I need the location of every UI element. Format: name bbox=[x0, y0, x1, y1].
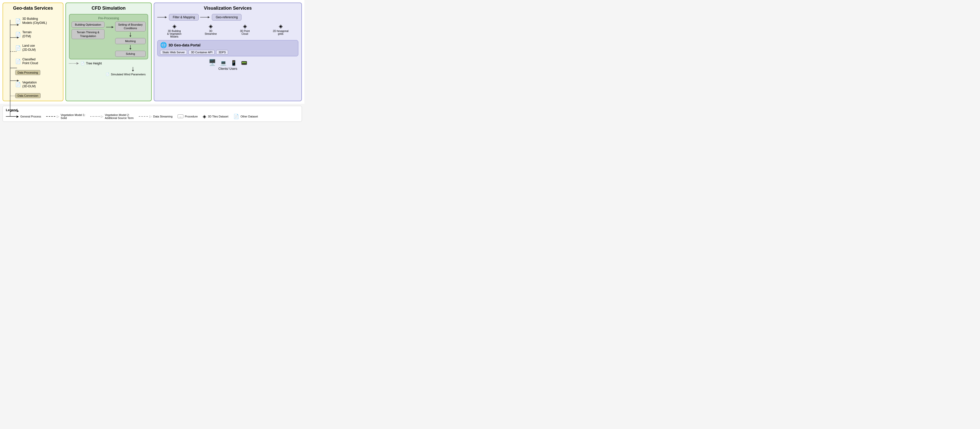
preproc-label: Pre-Processing bbox=[72, 16, 146, 20]
building-opt-box: Building Optimization bbox=[72, 22, 105, 28]
geo-item-landuse: 📄 Land use(2D-DLM) bbox=[6, 44, 60, 52]
geo-item-pointcloud: 📄 ClassifiedPoint Cloud bbox=[6, 57, 60, 65]
geo-item-dataproc: Data Processing bbox=[6, 70, 60, 75]
container-api-btn: 3D Container API bbox=[188, 50, 215, 54]
simulated-wind-label: Simulated Wind Parameters bbox=[111, 73, 146, 76]
legend-area: Legend ▶ General Process ▷ Vegetation Mo… bbox=[3, 106, 302, 122]
portal-title-label: 3D Geo-data Portal bbox=[169, 43, 200, 47]
client-1: 🖥️ bbox=[208, 59, 216, 66]
dataset-streamline-icon: ◈ bbox=[209, 23, 213, 29]
cfd-title: CFD Simulation bbox=[69, 6, 148, 11]
legend-general-process-label: General Process bbox=[20, 115, 41, 118]
stream-line bbox=[139, 116, 149, 117]
dataset-pointcloud-icon: ◈ bbox=[243, 23, 247, 29]
dataset-streamline: ◈ 3DStreamline bbox=[205, 23, 217, 38]
static-web-server-btn: Static Web Server bbox=[160, 50, 187, 54]
data-processing-box: Data Processing bbox=[15, 70, 40, 75]
vis-top-row: Filter & Mapping Geo-referencing bbox=[157, 14, 298, 21]
boundary-box: Setting of Boundary Conditions bbox=[115, 22, 146, 32]
legend-veg1: ▷ Vegetation Model 1:Solid bbox=[46, 113, 85, 119]
clients-label: Clients/ Users bbox=[157, 67, 298, 70]
client-icon-1: 🖥️ bbox=[208, 59, 216, 66]
building-label: 3D BuildingModels (CityGML) bbox=[22, 17, 47, 25]
legend-veg2-label: Vegetation Model 2:Additional Source Ter… bbox=[105, 113, 134, 119]
simulated-wind-area: 📄 Simulated Wind Parameters bbox=[69, 67, 146, 76]
meshing-box: Meshing bbox=[115, 38, 146, 44]
geo-title: Geo-data Services bbox=[6, 6, 60, 11]
doc-icon-landuse: 📄 bbox=[15, 45, 21, 51]
terrain-label: Terrain(DTM) bbox=[22, 30, 32, 38]
landuse-label: Land use(2D-DLM) bbox=[22, 44, 36, 52]
arrow-down-2 bbox=[128, 45, 133, 50]
legend-3d-tiles-icon: ◈ bbox=[203, 114, 206, 119]
vis-section: Visualization Services Filter & Mapping … bbox=[154, 3, 302, 101]
svg-marker-17 bbox=[129, 48, 131, 50]
svg-marker-25 bbox=[208, 16, 210, 18]
legend-veg1-label: Vegetation Model 1:Solid bbox=[60, 113, 85, 119]
legend-procedure-label: Procedure bbox=[185, 115, 198, 118]
geo-item-terrain: 📄 Terrain(DTM) bbox=[6, 30, 60, 38]
veg2-line bbox=[90, 116, 100, 117]
svg-marker-21 bbox=[132, 70, 134, 72]
vegetation-label: Vegetation(3D-DLM) bbox=[22, 81, 37, 89]
simulated-wind: 📄 Simulated Wind Parameters bbox=[106, 73, 146, 76]
geo-items: 📄 3D BuildingModels (CityGML) 📄 Terrain(… bbox=[6, 14, 60, 98]
doc-icon-pointcloud: 📄 bbox=[15, 59, 21, 64]
geo-item-vegetation: 📄 Vegetation(3D-DLM) bbox=[6, 81, 60, 89]
cfd-arrow-right bbox=[106, 25, 114, 30]
client-icon-4: 📟 bbox=[241, 60, 247, 66]
legend-proc-box: ... bbox=[178, 114, 183, 118]
filter-mapping-box: Filter & Mapping bbox=[169, 14, 199, 21]
dataset-building-icon: ◈ bbox=[172, 23, 176, 29]
doc-icon-tree: 📄 bbox=[81, 62, 84, 65]
geo-section: Geo-data Services bbox=[3, 3, 64, 101]
portal-title: 🌐 3D Geo-data Portal bbox=[160, 42, 296, 48]
svg-marker-23 bbox=[165, 16, 167, 18]
cfd-section: CFD Simulation Pre-Processing Building O… bbox=[65, 3, 152, 101]
geo-item-dataconv: Data Conversion bbox=[6, 93, 60, 98]
client-icon-2: 💻 bbox=[220, 60, 226, 66]
arrow-down-3 bbox=[130, 67, 135, 72]
vis-arrow-mid bbox=[200, 15, 210, 19]
vis-title: Visualization Services bbox=[157, 6, 298, 11]
legend-data-streaming-label: Data Streaming bbox=[153, 115, 172, 118]
legend-procedure: ... Procedure bbox=[178, 114, 197, 118]
globe-icon: 🌐 bbox=[160, 42, 167, 48]
client-4: 📟 bbox=[241, 60, 247, 66]
legend-data-streaming: ▷ Data Streaming bbox=[139, 115, 172, 118]
dataset-hexgrid: ◈ 2D hexagonalgrids bbox=[273, 23, 289, 38]
client-3: 📱 bbox=[231, 60, 237, 66]
doc-icon-vegetation: 📄 bbox=[15, 82, 21, 87]
data-conversion-box: Data Conversion bbox=[15, 93, 41, 98]
veg1-line bbox=[46, 116, 56, 117]
legend-general-process: ▶ General Process bbox=[6, 115, 41, 118]
tree-arrow bbox=[69, 61, 79, 65]
dataset-building: ◈ 3D Building& VegetationModels bbox=[167, 23, 181, 38]
main-diagram: Geo-data Services bbox=[0, 0, 304, 104]
cfd-preproc: Pre-Processing Building Optimization Ter… bbox=[69, 14, 148, 59]
dataset-pointcloud: ◈ 3D PointCloud bbox=[240, 23, 250, 38]
3dps-btn: 3DPS bbox=[216, 50, 228, 54]
legend-items: ▶ General Process ▷ Vegetation Model 1:S… bbox=[6, 113, 299, 119]
legend-3d-tiles-label: 3D Tiles Dataset bbox=[208, 115, 228, 118]
pointcloud-label: ClassifiedPoint Cloud bbox=[22, 57, 38, 65]
legend-other-dataset: 📄 Other Dataset bbox=[233, 114, 258, 119]
dataset-hexgrid-label: 2D hexagonalgrids bbox=[273, 30, 289, 35]
general-process-line bbox=[6, 116, 16, 117]
client-icon-3: 📱 bbox=[231, 60, 237, 66]
doc-icon-building: 📄 bbox=[15, 18, 21, 24]
arrow-down-1 bbox=[128, 32, 133, 37]
svg-marker-19 bbox=[76, 62, 79, 64]
legend-other-icon: 📄 bbox=[233, 114, 239, 119]
dataset-hexgrid-icon: ◈ bbox=[279, 23, 283, 29]
svg-marker-13 bbox=[111, 26, 114, 28]
dataset-pointcloud-label: 3D PointCloud bbox=[240, 30, 250, 35]
dataset-streamline-label: 3DStreamline bbox=[205, 30, 217, 35]
solving-box: Solving bbox=[115, 51, 146, 57]
wind-doc-icon: 📄 bbox=[106, 73, 109, 76]
terrain-box: Terrain Thinning &Triangulation bbox=[72, 29, 105, 39]
portal-area: 🌐 3D Geo-data Portal Static Web Server 3… bbox=[157, 40, 298, 56]
tree-height-row: 📄 Tree Height bbox=[69, 61, 148, 65]
legend-3d-tiles: ◈ 3D Tiles Dataset bbox=[203, 114, 228, 119]
portal-buttons: Static Web Server 3D Container API 3DPS bbox=[160, 50, 296, 54]
